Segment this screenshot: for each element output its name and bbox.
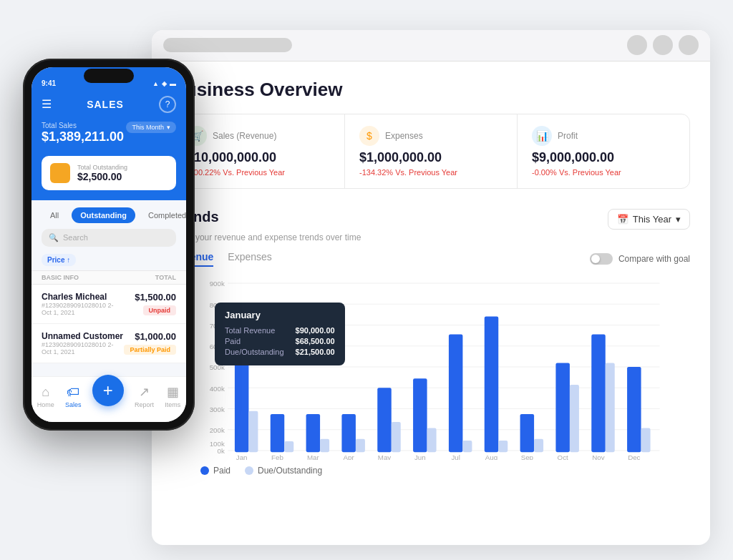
svg-rect-23 bbox=[306, 414, 321, 452]
phone-wrapper: 9:41 ▲ ◈ ▬ ☰ SALES ? bbox=[23, 59, 195, 431]
svg-rect-33 bbox=[485, 316, 499, 452]
svg-rect-30 bbox=[427, 428, 437, 452]
nav-items[interactable]: ▦ Items bbox=[165, 384, 180, 408]
svg-text:May: May bbox=[378, 453, 392, 460]
svg-rect-26 bbox=[356, 438, 365, 451]
metric-profit: 📊 Profit $9,000,000.00 -0.00% Vs. Previo… bbox=[518, 114, 689, 188]
svg-text:100k: 100k bbox=[210, 439, 225, 447]
titlebar-btn-2[interactable] bbox=[653, 35, 673, 55]
search-placeholder: Search bbox=[63, 233, 88, 242]
customer-name-1: Unnamed Customer bbox=[42, 331, 123, 341]
svg-rect-32 bbox=[462, 440, 472, 451]
outstanding-amount: $2,500.00 bbox=[77, 171, 127, 182]
phone-notch bbox=[84, 69, 134, 83]
app-header: ☰ SALES ? bbox=[31, 90, 186, 122]
tooltip-revenue-label: Total Revenue bbox=[225, 326, 275, 335]
search-bar[interactable]: 🔍 Search bbox=[42, 229, 176, 247]
status-time: 9:41 bbox=[42, 79, 56, 87]
tooltip-row-paid: Paid $68,500.00 bbox=[225, 337, 335, 345]
trends-section: Trends 📅 This Year ▾ Track your revenue … bbox=[172, 209, 690, 476]
customer-item-1[interactable]: Unnamed Customer #12390289091028010 2- O… bbox=[31, 324, 186, 363]
legend-outstanding: Due/Outstanding bbox=[245, 466, 322, 476]
year-selector[interactable]: 📅 This Year ▾ bbox=[608, 209, 690, 230]
svg-text:Feb: Feb bbox=[271, 453, 283, 460]
profit-icon: 📊 bbox=[532, 126, 552, 146]
tooltip-paid-label: Paid bbox=[225, 337, 241, 345]
svg-rect-38 bbox=[570, 384, 579, 451]
tooltip-outstanding-label: Due/Outstanding bbox=[225, 348, 284, 356]
help-button[interactable]: ? bbox=[159, 96, 176, 113]
svg-text:400k: 400k bbox=[210, 384, 225, 392]
legend-paid: Paid bbox=[200, 466, 230, 476]
tooltip-revenue-value: $90,000.00 bbox=[296, 326, 335, 335]
calendar-icon: 📅 bbox=[617, 214, 628, 225]
dashboard-title: Business Overview bbox=[172, 79, 690, 101]
svg-text:Jan: Jan bbox=[236, 453, 248, 460]
price-filter-label: Price ↑ bbox=[47, 256, 70, 264]
nav-sales[interactable]: 🏷 Sales bbox=[65, 385, 82, 408]
svg-text:Aug: Aug bbox=[485, 453, 497, 460]
month-filter-badge[interactable]: This Month ▾ bbox=[126, 122, 176, 133]
tooltip-paid-value: $68,500.00 bbox=[296, 337, 335, 345]
app-title: SALES bbox=[87, 99, 124, 110]
svg-rect-21 bbox=[271, 414, 285, 452]
svg-rect-42 bbox=[641, 428, 651, 452]
svg-text:0k: 0k bbox=[218, 447, 225, 455]
titlebar bbox=[152, 30, 710, 62]
signal-icon: ▲ bbox=[152, 80, 159, 87]
svg-text:300k: 300k bbox=[210, 405, 225, 413]
compare-switch[interactable] bbox=[590, 253, 613, 265]
svg-text:900k: 900k bbox=[210, 280, 225, 288]
svg-text:Oct: Oct bbox=[558, 453, 568, 460]
nav-home[interactable]: ⌂ Home bbox=[37, 385, 54, 408]
svg-text:Nov: Nov bbox=[592, 453, 604, 460]
menu-icon[interactable]: ☰ bbox=[42, 97, 52, 111]
price-filter[interactable]: Price ↑ bbox=[42, 254, 76, 266]
customer-id-0: #12390289091028010 2- bbox=[42, 302, 114, 309]
tooltip-row-revenue: Total Revenue $90,000.00 bbox=[225, 326, 335, 335]
nav-items-label: Items bbox=[165, 401, 180, 408]
nav-fab-add[interactable]: + bbox=[92, 375, 124, 406]
tooltip-outstanding-value: $21,500.00 bbox=[296, 348, 335, 356]
report-icon: ↗ bbox=[139, 384, 150, 400]
status-icons: ▲ ◈ ▬ bbox=[152, 80, 176, 87]
svg-rect-29 bbox=[413, 378, 427, 452]
svg-rect-25 bbox=[341, 414, 355, 452]
svg-rect-27 bbox=[377, 388, 392, 452]
svg-rect-36 bbox=[534, 438, 543, 451]
legend-outstanding-dot bbox=[245, 466, 253, 475]
customer-id-1: #12390289091028010 2- bbox=[42, 341, 123, 348]
customer-item-0[interactable]: Charles Micheal #12390289091028010 2- Oc… bbox=[31, 285, 186, 324]
expenses-icon: $ bbox=[359, 126, 379, 146]
nav-home-label: Home bbox=[37, 401, 54, 408]
titlebar-url-bar bbox=[163, 38, 292, 52]
sales-amount: $1,389,211.00 bbox=[42, 129, 124, 144]
nav-report[interactable]: ↗ Report bbox=[135, 384, 154, 408]
legend-outstanding-label: Due/Outstanding bbox=[258, 466, 322, 476]
titlebar-btn-1[interactable] bbox=[627, 35, 647, 55]
phone-screen: 9:41 ▲ ◈ ▬ ☰ SALES ? bbox=[31, 67, 186, 422]
col-basic-info: BASIC INFO bbox=[42, 274, 79, 281]
filter-completed[interactable]: Completed bbox=[140, 207, 186, 223]
compare-label: Compare with goal bbox=[618, 254, 690, 264]
legend-paid-label: Paid bbox=[213, 466, 230, 476]
phone: 9:41 ▲ ◈ ▬ ☰ SALES ? bbox=[23, 59, 195, 431]
filter-tabs: All Outstanding Completed bbox=[31, 200, 186, 223]
customer-name-0: Charles Micheal bbox=[42, 292, 114, 302]
expenses-label: Expenses bbox=[385, 131, 423, 141]
tooltip-month: January bbox=[225, 310, 335, 320]
titlebar-btn-3[interactable] bbox=[679, 35, 699, 55]
year-label: This Year bbox=[633, 214, 671, 225]
svg-rect-31 bbox=[449, 334, 463, 452]
filter-outstanding[interactable]: Outstanding bbox=[72, 207, 135, 223]
expenses-change: -134.32% Vs. Previous Year bbox=[359, 168, 503, 177]
col-total: TOTAL bbox=[155, 274, 176, 281]
bottom-nav: ⌂ Home 🏷 Sales + ↗ Report ▦ Items bbox=[31, 376, 186, 422]
customer-amount-0: $1,500.00 bbox=[135, 292, 176, 303]
customer-date-1: Oct 1, 2021 bbox=[42, 348, 123, 355]
filter-all[interactable]: All bbox=[42, 207, 67, 223]
tab-expenses[interactable]: Expenses bbox=[228, 251, 271, 267]
svg-rect-35 bbox=[520, 414, 535, 452]
titlebar-controls bbox=[627, 35, 699, 55]
battery-icon: ▬ bbox=[170, 80, 176, 87]
